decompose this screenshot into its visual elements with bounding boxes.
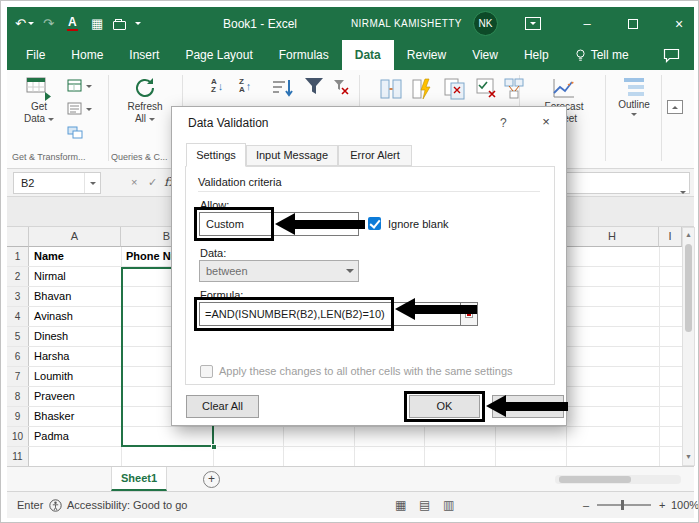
row-header-10[interactable]: 10: [7, 427, 29, 446]
zoom-slider[interactable]: [597, 492, 651, 518]
tab-file[interactable]: File: [13, 40, 58, 70]
cancel-entry-button[interactable]: ×: [131, 176, 137, 188]
cell-B11[interactable]: [122, 447, 213, 466]
tab-page-layout[interactable]: Page Layout: [172, 40, 265, 70]
ribbon-display-options-button[interactable]: [525, 7, 541, 40]
tab-formulas[interactable]: Formulas: [266, 40, 342, 70]
scroll-up-icon[interactable]: ▲: [683, 228, 694, 242]
accessibility-status[interactable]: Accessibility: Good to go: [49, 492, 187, 518]
cell-A7[interactable]: Loumith: [30, 367, 121, 386]
tab-review[interactable]: Review: [394, 40, 459, 70]
cell-A2[interactable]: Nirmal: [30, 267, 121, 286]
cell-A3[interactable]: Bhavan: [30, 287, 121, 306]
dialog-tab-error-alert[interactable]: Error Alert: [338, 145, 412, 166]
customize-qat-button[interactable]: [135, 7, 141, 40]
cell-A6[interactable]: Harsha: [30, 347, 121, 366]
dialog-tab-input-message[interactable]: Input Message: [246, 145, 338, 166]
data-validation-button[interactable]: [475, 77, 499, 105]
undo-button[interactable]: ↶: [15, 7, 34, 40]
vertical-scrollbar[interactable]: ▲ ▼: [682, 227, 695, 466]
filter-button[interactable]: [303, 76, 325, 100]
comments-button[interactable]: [663, 48, 680, 67]
tab-help[interactable]: Help: [511, 40, 562, 70]
folder-icon: [113, 21, 126, 30]
accessibility-icon: [49, 499, 62, 512]
cell-A8[interactable]: Praveen: [30, 387, 121, 406]
ignore-blank-checkbox[interactable]: [368, 216, 381, 234]
expand-formula-bar-button[interactable]: [680, 180, 686, 198]
sort-za-button[interactable]: ZA ↑: [239, 78, 251, 94]
clear-all-button[interactable]: Clear All: [186, 395, 259, 418]
row-header-5[interactable]: 5: [7, 327, 29, 346]
enter-entry-button[interactable]: ✓: [148, 176, 157, 189]
zoom-track: [597, 504, 651, 506]
collapse-panel-button[interactable]: [667, 100, 683, 114]
consolidate-button[interactable]: [503, 77, 525, 105]
select-all-corner[interactable]: [7, 227, 29, 247]
remove-duplicates-button[interactable]: [443, 77, 467, 105]
caret-down-icon: [149, 118, 155, 121]
cell-A5[interactable]: Dinesh: [30, 327, 121, 346]
row-header-3[interactable]: 3: [7, 287, 29, 306]
get-data-button[interactable]: Get Data: [15, 75, 63, 125]
redo-button[interactable]: ↷: [43, 7, 54, 40]
sort-az-button[interactable]: AZ ↓: [211, 78, 223, 94]
zoom-slider-thumb[interactable]: [621, 500, 624, 510]
tab-view[interactable]: View: [459, 40, 511, 70]
close-button[interactable]: ×: [659, 7, 699, 40]
text-to-columns-button[interactable]: [379, 77, 403, 105]
page-layout-view-icon[interactable]: ▤: [419, 492, 430, 518]
refresh-all-button[interactable]: Refresh All: [113, 75, 177, 125]
row-header-4[interactable]: 4: [7, 307, 29, 326]
recent-sources-button[interactable]: [67, 102, 92, 116]
clear-filter-button[interactable]: [333, 79, 349, 99]
column-header-a[interactable]: A: [29, 227, 121, 247]
horizontal-scrollbar[interactable]: [555, 475, 681, 484]
row-header-1[interactable]: 1: [7, 247, 29, 266]
flash-fill-button[interactable]: [411, 77, 433, 105]
cell-A11[interactable]: [30, 447, 121, 466]
fill-handle[interactable]: [211, 444, 217, 450]
tell-me[interactable]: Tell me: [562, 40, 642, 70]
borders-button[interactable]: ▦: [91, 7, 103, 40]
sheet-tab-sheet1[interactable]: Sheet1: [111, 467, 167, 491]
tab-data[interactable]: Data: [342, 40, 394, 70]
dialog-close-button[interactable]: ×: [534, 113, 558, 131]
row-header-11[interactable]: 11: [7, 447, 29, 466]
page-break-view-icon[interactable]: ▥: [443, 492, 454, 518]
row-header-9[interactable]: 9: [7, 407, 29, 426]
row-header-8[interactable]: 8: [7, 387, 29, 406]
user-avatar[interactable]: NK: [473, 11, 498, 36]
zoom-out-button[interactable]: –: [583, 492, 589, 518]
row-header-2[interactable]: 2: [7, 267, 29, 286]
existing-connections-button[interactable]: [67, 125, 83, 139]
column-header-i[interactable]: I: [659, 227, 682, 247]
cell-A10[interactable]: Padma: [30, 427, 121, 446]
cell-A1[interactable]: Name: [30, 247, 121, 266]
cell-A4[interactable]: Avinash: [30, 307, 121, 326]
name-box-dropdown[interactable]: [84, 173, 100, 193]
column-header-h[interactable]: H: [566, 227, 659, 247]
maximize-button[interactable]: [613, 7, 653, 40]
row-header-6[interactable]: 6: [7, 347, 29, 366]
scrollbar-thumb[interactable]: [685, 244, 692, 332]
dialog-tab-settings[interactable]: Settings: [186, 143, 246, 167]
underline-button[interactable]: A: [67, 7, 78, 40]
tab-home[interactable]: Home: [58, 40, 116, 70]
scroll-down-icon[interactable]: ▼: [683, 450, 694, 464]
normal-view-icon[interactable]: ▦: [395, 492, 406, 518]
from-text-button[interactable]: [67, 79, 92, 93]
tab-insert[interactable]: Insert: [116, 40, 172, 70]
minimize-button[interactable]: –: [567, 7, 607, 40]
outline-button[interactable]: Outline: [609, 75, 659, 116]
row-header-7[interactable]: 7: [7, 367, 29, 386]
name-box[interactable]: B2: [13, 172, 101, 194]
add-sheet-button[interactable]: +: [203, 471, 220, 488]
cell-A9[interactable]: Bhasker: [30, 407, 121, 426]
scrollbar-thumb[interactable]: [559, 476, 631, 483]
sort-button[interactable]: [269, 76, 295, 106]
zoom-in-button[interactable]: +: [659, 492, 665, 518]
dialog-help-button[interactable]: ?: [500, 116, 507, 130]
open-button[interactable]: [113, 7, 126, 40]
zoom-level[interactable]: 100%: [671, 492, 699, 518]
